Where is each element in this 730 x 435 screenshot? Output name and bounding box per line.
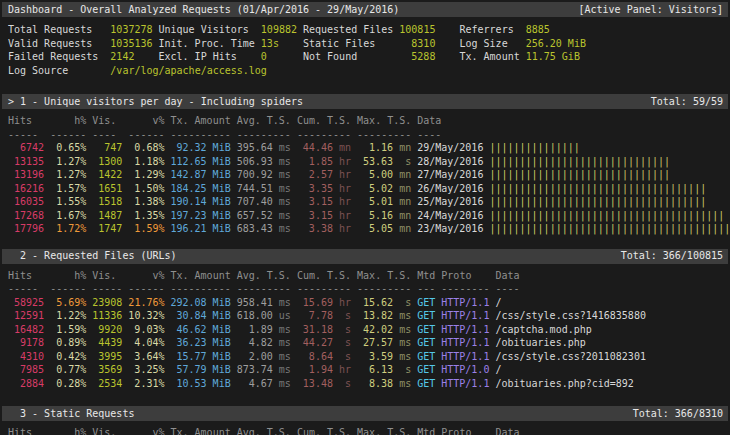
column-header: Vis. [92,114,122,128]
avg-ts-unit: ms [279,182,291,196]
cum-ts-unit: hr [339,195,351,209]
hits-cell: 13196 [8,168,44,182]
column-header: Avg. T.S. [237,426,291,435]
panel-header-visitors[interactable]: >1 - Unique visitors per day - Including… [2,94,728,109]
column-header: Tx. Amount [170,114,230,128]
summary-label: Failed Requests [8,50,110,64]
table-row[interactable]: 67420.65%7470.68%92.32MiB395.64ms44.46mn… [8,141,730,155]
table-row[interactable]: 177961.72%17471.59%196.21MiB683.43ms3.38… [8,222,730,236]
cum-ts-cell: 31.18 [297,323,333,337]
summary-label: Not Found [303,50,399,64]
column-header: Data [496,269,520,283]
avg-ts-unit: ms [279,141,291,155]
summary-value: 0 [261,50,303,64]
tx-amount-cell: 10.53 [170,377,206,391]
date-cell: 29/May/2016 [417,141,483,155]
column-underline: ------ [128,128,164,142]
hits-cell: 17268 [8,209,44,223]
summary-value: 8885 [526,23,550,37]
column-underline: --------- [357,282,411,296]
max-ts-unit: ms [399,350,411,364]
visitors-cell: 747 [92,141,122,155]
column-header: Max. T.S. [357,114,411,128]
max-ts-cell: 8.38 [357,377,393,391]
visitors-cell: 3995 [92,350,122,364]
max-ts-unit: ms [399,336,411,350]
table-dashes-row: ----------------------------------------… [8,128,730,142]
max-ts-unit: mn [399,222,411,236]
tx-amount-unit: MiB [213,195,231,209]
table-row[interactable]: 160351.55%15181.38%190.14MiB707.40ms3.15… [8,195,730,209]
cum-ts-unit: s [339,336,351,350]
max-ts-cell: 42.02 [357,323,393,337]
panel-total: Total: 366/100815 [621,249,723,263]
column-underline: --------- [357,128,411,142]
column-underline: ----- [8,128,44,142]
summary-label: Tx. Amount [460,50,526,64]
visitors-percent-cell: 1.29% [128,168,164,182]
avg-ts-cell: 683.43 [237,222,273,236]
max-ts-cell: 27.57 [357,336,393,350]
cum-ts-unit: hr [339,209,351,223]
panel-header-requested-files[interactable]: 2 - Requested Files (URLs) Total: 366/10… [2,249,728,264]
avg-ts-cell: 707.40 [237,195,273,209]
hits-percent-cell: 0.42% [50,350,86,364]
table-row[interactable]: 131351.27%13001.18%112.65MiB506.93ms1.85… [8,155,730,169]
cum-ts-cell: 15.69 [297,296,333,310]
summary-value: /var/log/apache/access.log [110,64,267,78]
tx-amount-unit: MiB [213,209,231,223]
hits-cell: 16482 [8,323,44,337]
hits-cell: 17796 [8,222,44,236]
table-row[interactable]: 125911.22%1133610.32%30.84MiB618.00us7.7… [8,309,730,323]
visitors-percent-cell: 2.31% [128,377,164,391]
table-row[interactable]: 28840.28%25342.31%10.53MiB4.67ms13.48s8.… [8,377,730,391]
requested-files-table: Hitsh%Vis.v%Tx. AmountAvg. T.S.Cum. T.S.… [8,269,730,391]
avg-ts-cell: 2.00 [237,350,273,364]
static-requests-table: Hitsh%Vis.v%Tx. AmountAvg. T.S.Cum. T.S.… [8,426,730,435]
cum-ts-cell: 3.15 [297,195,333,209]
table-row[interactable]: 43100.42%39953.64%15.77MiB2.00ms8.64s3.5… [8,350,730,364]
tx-amount-cell: 30.84 [170,309,206,323]
avg-ts-unit: ms [279,296,291,310]
avg-ts-unit: ms [279,168,291,182]
avg-ts-cell: 618.00 [237,309,273,323]
avg-ts-unit: ms [279,323,291,337]
column-header: Mtd [417,269,435,283]
cum-ts-unit: s [339,309,351,323]
column-header: Cum. T.S. [297,426,351,435]
panel-unique-visitors: >1 - Unique visitors per day - Including… [0,94,730,236]
url-cell: / [495,363,501,377]
hits-percent-cell: 0.89% [50,336,86,350]
column-header: Cum. T.S. [297,114,351,128]
max-ts-unit: mn [399,209,411,223]
cum-ts-cell: 13.48 [297,377,333,391]
column-underline: --------- [237,282,291,296]
avg-ts-cell: 700.92 [237,168,273,182]
column-underline: ------ [50,128,86,142]
max-ts-unit: ms [399,309,411,323]
method-cell: GET [417,309,435,323]
panel-static-requests: 3 - Static Requests Total: 366/8310 Hits… [0,406,730,435]
table-row[interactable]: 164821.59%99209.03%46.62MiB1.89ms31.18s4… [8,323,730,337]
titlebar: Dashboard - Overall Analyzed Requests (0… [2,2,728,17]
visitors-cell: 11336 [92,309,122,323]
panel-header-static-requests[interactable]: 3 - Static Requests Total: 366/8310 [2,406,728,421]
method-cell: GET [417,350,435,364]
avg-ts-cell: 4.82 [237,336,273,350]
tx-amount-cell: 92.32 [170,141,206,155]
table-row[interactable]: 162161.57%16511.50%184.25MiB744.51ms3.35… [8,182,730,196]
visitors-cell: 3569 [92,363,122,377]
url-cell: /obituaries.php [495,336,585,350]
table-row[interactable]: 172681.67%14871.35%197.23MiB657.52ms3.15… [8,209,730,223]
summary-value: 256.20 MiB [526,37,586,51]
table-row[interactable]: 131961.27%14221.29%142.87MiB700.92ms2.57… [8,168,730,182]
summary-label: Log Source [8,64,110,78]
tx-amount-cell: 46.62 [170,323,206,337]
avg-ts-cell: 506.93 [237,155,273,169]
table-row[interactable]: 91780.89%44394.04%36.23MiB4.82ms44.27s27… [8,336,730,350]
column-underline: ---------- [170,282,230,296]
summary-label: Static Files [303,37,399,51]
table-row[interactable]: 589255.69%2390821.76%292.08MiB958.41ms15… [8,296,730,310]
method-cell: GET [417,363,435,377]
table-row[interactable]: 79850.77%35693.25%57.79MiB873.74ms1.94hr… [8,363,730,377]
